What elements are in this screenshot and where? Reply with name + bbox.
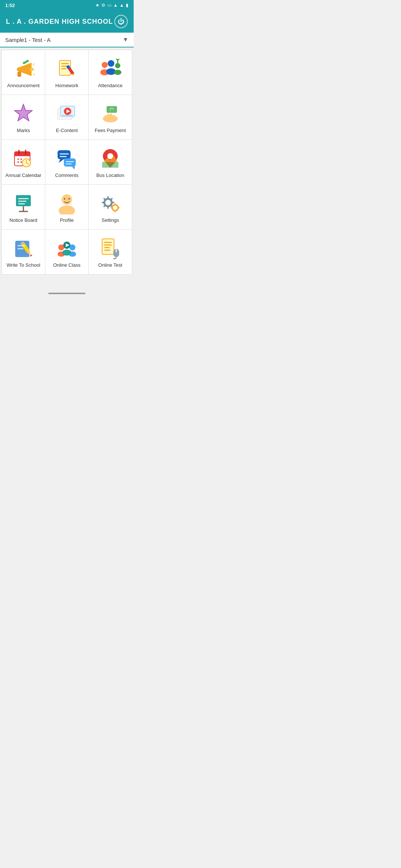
svg-rect-69	[18, 203, 25, 204]
menu-item-buslocation[interactable]: Bus Location	[89, 140, 132, 184]
menu-item-marks[interactable]: Marks	[2, 95, 45, 139]
svg-point-20	[115, 63, 120, 68]
homework-icon	[56, 57, 78, 80]
svg-marker-58	[72, 167, 75, 170]
menu-label-marks: Marks	[17, 128, 30, 134]
svg-rect-43	[14, 155, 30, 156]
menu-label-settings: Settings	[102, 217, 119, 223]
svg-rect-38	[107, 114, 110, 120]
menu-item-profile[interactable]: Profile	[45, 185, 88, 229]
settings-status-icon: ⚙	[101, 3, 105, 8]
menu-item-annualcalendar[interactable]: Annual Calendar	[2, 140, 45, 184]
svg-rect-109	[104, 250, 110, 251]
menu-item-onlinetest[interactable]: ✓ ✓ Online Test	[89, 230, 132, 274]
svg-point-102	[62, 250, 71, 256]
svg-marker-54	[59, 159, 64, 163]
svg-line-83	[104, 206, 105, 207]
menu-item-feespayment[interactable]: $ Fees Payment	[89, 95, 132, 139]
status-time: 1:52	[5, 3, 15, 8]
storage-icon: ▭	[107, 3, 111, 8]
svg-point-21	[114, 70, 121, 75]
wifi-icon: ▲	[113, 3, 118, 8]
menu-label-comments: Comments	[55, 172, 79, 178]
menu-item-econtent[interactable]: E-Content	[45, 95, 88, 139]
menu-label-profile: Profile	[60, 217, 74, 223]
svg-rect-68	[18, 201, 26, 202]
svg-line-80	[104, 199, 105, 200]
school-name: L . A . GARDEN HIGH SCHOOL	[6, 18, 113, 26]
svg-point-72	[64, 198, 65, 200]
menu-label-onlinetest: Online Test	[98, 262, 123, 268]
svg-rect-39	[110, 114, 112, 120]
bottom-spacer	[0, 277, 134, 288]
svg-line-4	[33, 63, 35, 65]
app-header: L . A . GARDEN HIGH SCHOOL ⏻	[0, 10, 134, 33]
svg-rect-10	[61, 63, 69, 64]
svg-line-82	[111, 199, 112, 200]
svg-point-16	[102, 62, 108, 68]
menu-item-noticeboard[interactable]: Notice Board	[2, 185, 45, 229]
menu-label-homework: Homework	[55, 83, 78, 89]
power-button[interactable]: ⏻	[114, 15, 128, 28]
svg-rect-40	[113, 115, 115, 120]
svg-rect-57	[64, 158, 76, 167]
menu-item-settings[interactable]: Settings	[89, 185, 132, 229]
svg-rect-37	[105, 115, 107, 120]
marks-icon	[12, 102, 35, 125]
menu-label-writetoschool: Write To School	[7, 262, 40, 268]
fees-icon: $	[99, 102, 121, 125]
profile-icon	[56, 192, 78, 214]
attendance-icon	[99, 57, 121, 80]
svg-text:✓: ✓	[103, 241, 105, 244]
menu-item-writetoschool[interactable]: Write To School	[2, 230, 45, 274]
svg-point-50	[20, 158, 22, 160]
status-bar: 1:52 ★ ⚙ ▭ ▲ ▲ ▮	[0, 0, 134, 10]
svg-point-3	[30, 68, 33, 71]
svg-point-73	[68, 198, 70, 200]
svg-rect-67	[18, 198, 29, 199]
home-indicator	[48, 293, 85, 294]
svg-rect-32	[62, 115, 73, 116]
writetschool-icon	[12, 237, 35, 259]
class-dropdown[interactable]: Sample1 - Test - A ▼	[0, 33, 134, 47]
status-icons: ★ ⚙ ▭ ▲ ▲ ▮	[95, 3, 128, 8]
settings-icon	[99, 192, 121, 214]
menu-label-announcement: Announcement	[7, 83, 39, 89]
svg-rect-95	[17, 245, 25, 246]
menu-label-attendance: Attendance	[98, 83, 123, 89]
buslocation-icon	[99, 147, 121, 170]
menu-label-annualcalendar: Annual Calendar	[6, 172, 42, 178]
menu-item-announcement[interactable]: Announcement	[2, 50, 45, 95]
svg-rect-108	[104, 247, 110, 248]
svg-line-6	[33, 74, 35, 75]
notification-icon: ★	[95, 3, 100, 8]
svg-point-114	[115, 250, 117, 251]
onlineclass-icon	[56, 237, 78, 259]
svg-rect-63	[102, 162, 118, 168]
svg-rect-2	[17, 72, 21, 77]
menu-item-comments[interactable]: Comments	[45, 140, 88, 184]
onlinetest-icon: ✓ ✓	[99, 237, 121, 259]
svg-point-52	[20, 161, 22, 163]
econtent-icon	[56, 102, 78, 125]
svg-rect-106	[104, 242, 112, 243]
svg-rect-96	[17, 248, 23, 249]
bottom-nav	[0, 288, 134, 299]
menu-item-attendance[interactable]: Attendance	[89, 50, 132, 95]
svg-rect-53	[58, 150, 71, 159]
signal-icon: ▲	[120, 3, 124, 8]
menu-item-onlineclass[interactable]: Online Class	[45, 230, 88, 274]
svg-rect-12	[61, 68, 66, 69]
svg-text:✓: ✓	[103, 244, 105, 246]
menu-label-feespayment: Fees Payment	[95, 128, 126, 134]
menu-label-noticeboard: Notice Board	[9, 217, 37, 223]
class-label: Sample1 - Test - A	[5, 37, 50, 43]
noticeboard-icon	[12, 192, 35, 214]
menu-item-homework[interactable]: Homework	[45, 50, 88, 95]
svg-rect-94	[30, 254, 32, 257]
svg-point-85	[114, 207, 116, 209]
svg-rect-107	[104, 244, 112, 246]
svg-point-18	[108, 60, 114, 67]
battery-icon: ▮	[126, 3, 128, 8]
svg-point-71	[59, 206, 75, 214]
